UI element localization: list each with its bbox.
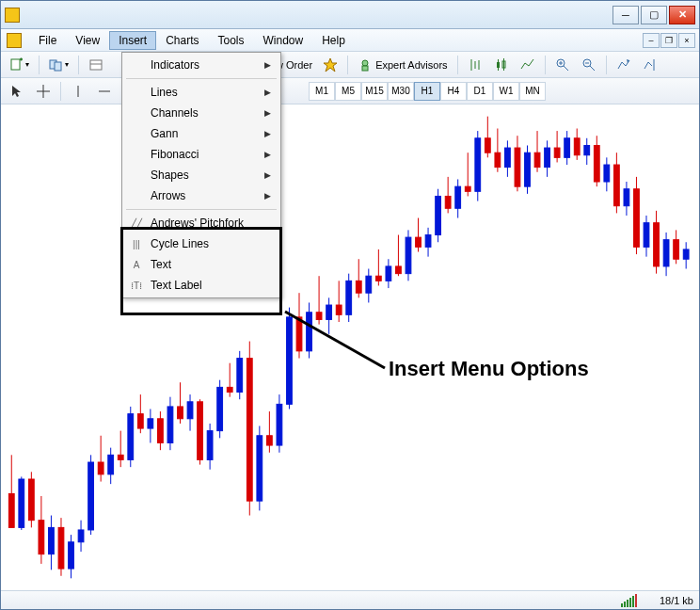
annotation-label: Insert Menu Options [389, 357, 589, 381]
line-chart-button[interactable] [516, 55, 540, 75]
chart-area[interactable] [3, 106, 697, 588]
svg-rect-126 [485, 138, 490, 152]
crosshair-button[interactable] [31, 81, 56, 102]
status-bar: 18/1 kb [1, 590, 699, 609]
text-label-icon: ⁞T⁞ [129, 278, 144, 293]
svg-rect-108 [396, 266, 402, 274]
menu-item-gann[interactable]: Gann▶ [124, 123, 278, 144]
chart-shift-button[interactable] [638, 55, 662, 75]
menu-item-arrows[interactable]: Arrows▶ [124, 185, 278, 206]
svg-rect-142 [565, 138, 570, 158]
timeframe-mn[interactable]: MN [519, 82, 546, 101]
timeframe-d1[interactable]: D1 [467, 82, 493, 101]
svg-rect-116 [436, 196, 441, 234]
bar-chart-button[interactable] [463, 55, 487, 75]
menu-item-channels[interactable]: Channels▶ [124, 103, 278, 123]
svg-rect-136 [534, 152, 540, 167]
svg-rect-36 [39, 521, 44, 554]
submenu-arrow-icon: ▶ [264, 191, 271, 201]
timeframe-m15[interactable]: M15 [361, 82, 388, 101]
svg-rect-50 [108, 455, 114, 474]
menu-window[interactable]: Window [254, 31, 313, 50]
svg-rect-146 [584, 145, 590, 154]
svg-rect-80 [257, 436, 262, 501]
timeframe-h1[interactable]: H1 [414, 82, 440, 101]
menu-item-fibonacci[interactable]: Fibonacci▶ [124, 144, 278, 165]
svg-rect-48 [98, 462, 103, 474]
svg-rect-122 [465, 186, 470, 191]
menu-tools[interactable]: Tools [209, 31, 254, 50]
svg-rect-2 [55, 62, 61, 71]
mdi-minimize-button[interactable]: – [643, 33, 660, 48]
menu-charts[interactable]: Charts [156, 31, 208, 50]
app-icon [5, 8, 20, 23]
svg-rect-38 [49, 527, 55, 554]
svg-rect-156 [634, 189, 640, 248]
menu-item-shapes[interactable]: Shapes▶ [124, 165, 278, 185]
minimize-button[interactable]: ─ [612, 6, 639, 24]
auto-scroll-button[interactable] [612, 55, 636, 75]
menu-help[interactable]: Help [312, 31, 355, 50]
timeframe-m5[interactable]: M5 [335, 82, 361, 101]
svg-rect-152 [613, 165, 619, 206]
menu-file[interactable]: File [29, 31, 66, 50]
cursor-button[interactable] [5, 81, 29, 102]
svg-rect-158 [644, 223, 649, 248]
new-chart-button[interactable]: ▾ [5, 55, 34, 75]
svg-rect-0 [11, 59, 20, 70]
svg-rect-68 [198, 402, 203, 460]
svg-rect-154 [624, 189, 629, 206]
expert-advisors-button[interactable]: Expert Advisors [353, 55, 452, 75]
status-traffic: 18/1 kb [660, 595, 693, 606]
menu-insert[interactable]: Insert [109, 31, 156, 50]
mdi-close-button[interactable]: × [678, 33, 695, 48]
svg-rect-46 [88, 462, 94, 530]
timeframe-m1[interactable]: M1 [309, 82, 335, 101]
svg-rect-110 [406, 237, 411, 274]
horizontal-line-button[interactable] [92, 81, 117, 102]
svg-rect-82 [266, 436, 272, 445]
svg-rect-124 [475, 138, 481, 192]
menu-item-andrews-pitchfork[interactable]: ╱╱Andrews' Pitchfork [124, 213, 278, 233]
vertical-line-button[interactable] [66, 81, 90, 102]
submenu-arrow-icon: ▶ [264, 88, 271, 97]
timeframe-m30[interactable]: M30 [388, 82, 414, 101]
candlestick-chart-button[interactable] [489, 55, 514, 75]
menu-item-cycle-lines[interactable]: |||Cycle Lines [124, 233, 278, 254]
title-bar: ─ ▢ ✕ [1, 1, 699, 29]
svg-rect-58 [148, 419, 153, 428]
svg-rect-90 [307, 313, 312, 351]
menu-item-lines[interactable]: Lines▶ [124, 82, 278, 103]
svg-rect-134 [525, 152, 531, 186]
svg-marker-24 [12, 86, 21, 97]
svg-rect-60 [158, 419, 164, 443]
svg-rect-96 [336, 305, 342, 314]
svg-line-20 [590, 66, 595, 71]
profiles-button[interactable]: ▾ [44, 55, 73, 75]
zoom-out-button[interactable] [577, 55, 601, 75]
svg-rect-100 [356, 281, 361, 293]
zoom-in-button[interactable] [550, 55, 575, 75]
menu-item-text[interactable]: AText [124, 254, 278, 275]
svg-rect-86 [287, 317, 293, 404]
menu-item-text-label[interactable]: ⁞T⁞Text Label [124, 275, 278, 296]
mdi-restore-button[interactable]: ❐ [660, 33, 677, 48]
svg-rect-118 [445, 196, 451, 208]
autotrading-button[interactable] [318, 55, 342, 75]
menu-view[interactable]: View [66, 31, 109, 50]
svg-rect-112 [416, 237, 422, 247]
svg-rect-114 [425, 235, 431, 248]
svg-rect-104 [375, 276, 381, 281]
toolbar-drawing: M1M5M15M30H1H4D1W1MN [1, 78, 699, 104]
app-window: ─ ▢ ✕ File View Insert Charts Tools Wind… [0, 0, 700, 610]
market-watch-button[interactable] [84, 55, 108, 75]
svg-rect-64 [178, 407, 183, 419]
close-button[interactable]: ✕ [669, 6, 695, 24]
doc-icon [7, 33, 22, 48]
maximize-button[interactable]: ▢ [641, 6, 667, 24]
menu-item-indicators[interactable]: Indicators▶ [124, 55, 278, 75]
timeframe-w1[interactable]: W1 [493, 82, 519, 101]
svg-rect-30 [8, 493, 14, 527]
timeframe-h4[interactable]: H4 [440, 82, 467, 101]
svg-rect-106 [386, 266, 391, 281]
